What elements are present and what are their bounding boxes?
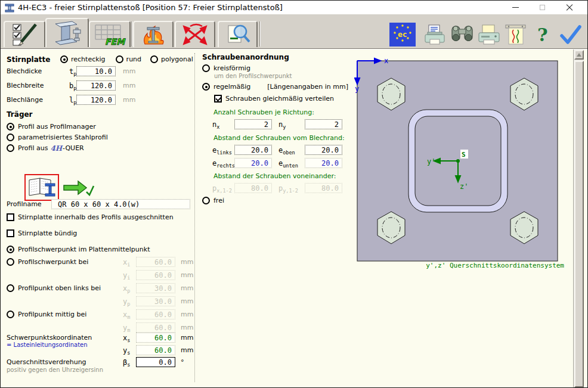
print-button[interactable]	[478, 24, 500, 45]
close-button[interactable]	[556, 1, 583, 14]
tab-schnittgroessen[interactable]	[175, 21, 215, 47]
checkbox-verteilen[interactable]	[214, 95, 222, 103]
radio-mittig[interactable]	[7, 311, 14, 318]
eoben-input[interactable]: 20.0	[305, 145, 342, 155]
radio-rechteckig-label: rechteckig	[71, 55, 106, 63]
profilname-row: Profilname	[7, 199, 42, 209]
plate-graphic: x y S y' z' y',z' Querschnittskoordinate…	[354, 57, 567, 272]
checkbox-ausgeschnitten[interactable]	[7, 213, 14, 221]
checkbox-buendig[interactable]	[7, 229, 14, 237]
radio-schwerpunkt-bei[interactable]	[7, 258, 14, 266]
blechbreite-input[interactable]: 120.0	[76, 80, 116, 91]
radio-quer[interactable]	[7, 144, 14, 152]
yp-input: 30.0	[136, 296, 175, 306]
vertical-scrollbar[interactable]	[573, 49, 584, 388]
checkbox-ausgeschnitten-label: Stirnplatte innerhalb des Profils ausges…	[18, 213, 174, 221]
search-button[interactable]	[450, 23, 475, 46]
stirnplatte-heading: Stirnplatte	[7, 55, 50, 64]
tab-vorschau[interactable]	[218, 21, 258, 47]
elinks-input[interactable]: 20.0	[234, 145, 272, 155]
xm-input: 60.0	[136, 309, 175, 319]
radio-schwerpunkt-mittelpunkt[interactable]	[7, 246, 14, 253]
checkbox-verteilen-label: Schrauben gleichmäßig verteilen	[225, 95, 334, 103]
tab-brandschutz[interactable]	[133, 21, 174, 47]
radio-rechteckig[interactable]	[60, 55, 68, 63]
tab-profil-selected[interactable]	[45, 18, 89, 47]
help-button[interactable]: ?	[535, 24, 553, 45]
verdrehung-note: positiv gegen den Uhrzeigersinn	[7, 367, 103, 373]
ym-input: 60.0	[136, 322, 175, 333]
yi-symbol: yi	[123, 271, 130, 281]
lasteinleitung-note: = Lasteinleitungsordinaten	[7, 342, 88, 348]
blechlaenge-input[interactable]: 120.0	[76, 95, 116, 105]
minimize-button[interactable]	[502, 1, 529, 14]
blechlaenge-label: Blechlänge	[7, 96, 43, 104]
apply-profile-action[interactable]	[63, 178, 95, 200]
pos1-row: Profilschwerpunkt bei	[7, 257, 88, 267]
xm-unit: mm	[181, 311, 193, 318]
close-icon	[566, 4, 572, 11]
buendig-row: Stirnplatte bündig	[7, 228, 77, 238]
confirm-check-icon	[559, 24, 583, 45]
ny-symbol: ny	[278, 120, 286, 130]
tab-fem[interactable]: FEM	[89, 21, 131, 47]
crossed-arrows-icon	[182, 23, 208, 46]
scrollbar-thumb[interactable]	[574, 61, 584, 387]
radio-regelmaessig[interactable]	[202, 83, 210, 91]
radio-rund-label: rund	[126, 55, 141, 63]
pos3-row: Profilpunkt mittig bei	[7, 309, 86, 319]
radio-parametrisiert[interactable]	[7, 134, 14, 141]
nx-input[interactable]: 2	[234, 119, 272, 129]
document-magnifier-icon	[224, 23, 252, 46]
protocol-button[interactable]	[505, 23, 527, 46]
ausgeschnitten-row: Stirnplatte innerhalb des Profils ausges…	[7, 212, 174, 222]
radio-rund[interactable]	[116, 55, 123, 63]
radio-frei[interactable]	[202, 197, 210, 204]
shape-radio-group: rechteckig rund polygonal	[60, 54, 193, 64]
xi-symbol: xi	[123, 258, 130, 268]
stirnplatte-heading-row: Stirnplatte	[7, 54, 50, 64]
up-arrow-icon	[577, 53, 581, 57]
scrollbar-up-button[interactable]	[574, 50, 584, 60]
print-preview-button[interactable]	[424, 24, 447, 45]
eurocode-button[interactable]: ec	[389, 23, 416, 46]
beta-input[interactable]: 0.0	[136, 357, 175, 367]
blechbreite-label: Blechbreite	[7, 82, 44, 89]
maximize-button[interactable]	[529, 1, 556, 14]
column-separator	[194, 53, 195, 382]
profilname-input[interactable]: QR 60 x 60 x 4.0(w)	[51, 199, 190, 209]
xs-output: 60.0	[136, 333, 175, 343]
tab-eingabe[interactable]	[4, 21, 45, 47]
confirm-button[interactable]	[559, 24, 583, 45]
beta-symbol: βs	[123, 358, 130, 368]
verteilen-row: Schrauben gleichmäßig verteilen	[214, 94, 334, 104]
blechdicke-label: Blechdicke	[7, 67, 42, 75]
xs-unit: mm	[181, 334, 193, 342]
blechlaenge-row: Blechlänge	[7, 95, 43, 105]
blechbreite-symbol: bp	[69, 82, 76, 91]
radio-regelmaessig-label: regelmäßig	[213, 83, 250, 91]
ny-input[interactable]: 2	[305, 119, 342, 129]
blechdicke-input[interactable]: 10.0	[76, 66, 116, 76]
radio-oben-links[interactable]	[7, 284, 14, 292]
nx-symbol: nx	[212, 120, 219, 130]
voneinander-heading: Abstand der Schrauben voneinander:	[213, 172, 336, 180]
radio-polygonal[interactable]	[150, 55, 158, 63]
radio-oben-links-label: Profilpunkt oben links bei	[18, 284, 101, 292]
blechbreite-row: Blechbreite	[7, 80, 44, 91]
beta-unit: °	[181, 358, 184, 366]
px-symbol: px,1-2	[212, 184, 232, 194]
radio-parametrisiert-label: parametrisiertes Stahlprofil	[18, 134, 108, 141]
ym-symbol: ym	[123, 324, 130, 333]
quer-suffix: -QUER	[63, 144, 84, 152]
title-bar: 4H-EC3 - freier Stirnplattenstoß [Positi…	[1, 1, 587, 14]
printer-document-icon	[424, 24, 447, 45]
erechts-output: 20.0	[234, 158, 272, 168]
profilmanager-button[interactable]	[24, 174, 59, 201]
toolbar-divider	[131, 21, 132, 46]
radio-kreisfoermig[interactable]	[202, 64, 210, 72]
blechdicke-symbol: tp	[69, 67, 76, 77]
green-arrow-check-icon	[63, 178, 95, 197]
window-title: 4H-EC3 - freier Stirnplattenstoß [Positi…	[18, 3, 283, 12]
radio-profilmanager[interactable]	[7, 123, 14, 131]
